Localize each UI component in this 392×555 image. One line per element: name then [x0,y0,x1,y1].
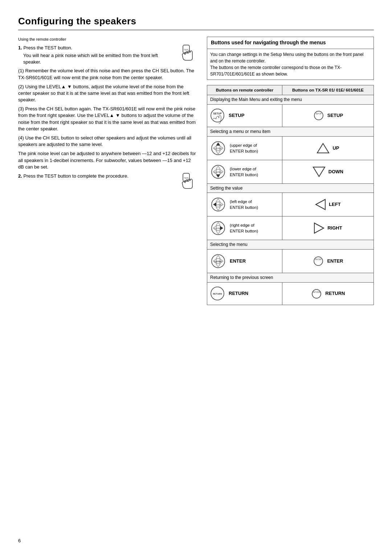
return-row: RETURN RETURN RETURN RETURN [207,283,374,305]
nav-desc-line2: The buttons on the remote controller cor… [210,64,371,77]
enter-up-icon: ENTER [209,139,227,157]
page-title: Configuring the speakers [18,15,374,28]
col2-header: Buttons on TX-SR 01/ 01E/ 601/601E [282,85,373,95]
down-panel-cell: DOWN [282,160,373,183]
return-panel-icon: RETURN [311,288,322,300]
enter-center-icon: ENTER [209,252,227,270]
test-button-icon: TEST MENU [179,45,196,62]
right-label: RIGHT [327,225,342,231]
item-1: (1) Remember the volume level of this no… [18,68,196,81]
step-1-detail: You will hear a pink noise which will be… [18,52,176,65]
item-1-text: (1) Remember the volume level of this no… [18,68,196,81]
nav-buttons-box: Buttons used for navigating through the … [207,37,374,80]
svg-text:ENTER: ENTER [215,171,222,173]
svg-marker-16 [317,143,329,153]
svg-text:ENTER: ENTER [215,147,222,150]
up-remote-cell: ENTER (upper edge ofENTER button) [207,136,282,160]
buttons-table: Buttons on remote controller Buttons on … [207,85,374,305]
item-3: (3) Press the CH SEL button again. The T… [18,106,196,132]
svg-marker-25 [216,199,220,202]
down-label: DOWN [328,169,343,175]
section-label-return: Returning to the previous screen [207,273,374,283]
enter-panel-icon: ENTER [313,255,324,267]
nav-box-title: Buttons used for navigating through the … [207,37,373,49]
step-1-label: 1. Press the TEST button. [18,45,176,51]
return-remote-icon: RETURN [209,285,226,302]
section-row-select-menu: Selecting the menu [207,240,374,250]
right-description: (right edge ofENTER button) [230,222,258,234]
svg-text:SETUP: SETUP [315,113,322,115]
section-label-select-menu: Selecting the menu [207,240,374,250]
extra-text: The pink noise level can be adjusted to … [18,150,196,170]
step-2-label: 2. Press the TEST button to complete the… [18,173,176,179]
svg-text:RETURN: RETURN [213,293,222,295]
right-column: Buttons used for navigating through the … [207,37,374,305]
right-panel-cell: RIGHT [282,216,373,240]
remote-hand-icon: TEST MENU [179,44,196,62]
enter-right-icon: ENTER [209,219,227,237]
svg-marker-32 [216,222,220,226]
svg-text:RETURN: RETURN [313,291,320,293]
svg-marker-39 [216,255,220,259]
svg-text:TEST: TEST [184,177,188,179]
col1-header: Buttons on remote controller [207,85,282,95]
setup-remote-icon: SETUP [209,108,226,124]
section-label-select: Selecting a menu or menu item [207,127,374,136]
item-4-text: (4) Use the CH SEL button to select othe… [18,135,196,148]
enter-panel-cell: ENTER ENTER [282,250,373,273]
svg-point-6 [211,109,224,122]
svg-marker-30 [316,199,325,210]
svg-marker-36 [220,226,223,230]
return-panel-label: RETURN [325,290,345,297]
step-2-block: 2. Press the TEST button to complete the… [18,173,196,190]
nav-desc-line1: You can change settings in the Setup Men… [210,51,371,64]
svg-marker-41 [216,264,220,267]
down-row: ENTER (lower edge ofENTER button) [207,160,374,183]
svg-marker-23 [313,167,325,177]
setup-row: SETUP SETUP SETUP [207,104,374,127]
svg-text:TEST: TEST [184,49,188,51]
section-label-main-menu: Displaying the Main Menu and exiting the… [207,95,374,105]
step-1-block: 1. Press the TEST button. You will hear … [18,45,196,66]
svg-text:ENTER: ENTER [315,258,322,260]
enter-remote-cell: ENTER ENTER [207,250,282,273]
setup-label: SETUP [229,112,244,119]
section-row-value: Setting the value [207,183,374,193]
svg-text:ENTER: ENTER [215,260,222,263]
svg-marker-13 [216,151,220,154]
setup-panel-icon: SETUP [313,110,324,121]
left-label: LEFT [329,201,341,208]
left-panel-cell: LEFT [282,193,373,216]
svg-text:SETUP: SETUP [213,112,222,115]
down-remote-cell: ENTER (lower edge ofENTER button) [207,160,282,183]
enter-panel-label: ENTER [327,258,343,264]
svg-marker-18 [216,166,220,169]
title-divider [18,30,374,30]
page-number: 6 [18,538,21,544]
section-label: Using the remote controller [18,37,196,42]
left-row: ENTER (left edge ofENTER button) [207,193,374,216]
left-remote-cell: ENTER (left edge ofENTER button) [207,193,282,216]
setup-panel-label: SETUP [327,112,343,119]
svg-marker-20 [216,174,220,178]
svg-marker-28 [213,202,216,207]
up-row: ENTER (upper edge ofENTER button) [207,136,374,160]
return-panel-cell: RETURN RETURN [282,283,373,305]
up-description: (upper edge ofENTER button) [230,142,258,154]
svg-marker-27 [216,207,220,210]
section-row-main-menu: Displaying the Main Menu and exiting the… [207,95,374,105]
section-row-select: Selecting a menu or menu item [207,127,374,136]
up-arrow-icon [317,143,330,154]
step-1-text: 1. Press the TEST button. You will hear … [18,45,176,66]
svg-marker-11 [216,142,220,146]
setup-remote-cell: SETUP SETUP [207,104,282,127]
right-row: ENTER (right edge ofENTER button) [207,216,374,240]
left-arrow-icon [315,198,326,211]
return-remote-label: RETURN [229,290,248,297]
section-label-value: Setting the value [207,183,374,193]
nav-description: You can change settings in the Setup Men… [207,49,373,80]
item-3-text: (3) Press the CH SEL button again. The T… [18,106,196,132]
up-label: UP [332,145,339,151]
item-4: (4) Use the CH SEL button to select othe… [18,135,196,148]
enter-row: ENTER ENTER ENTER [207,250,374,273]
